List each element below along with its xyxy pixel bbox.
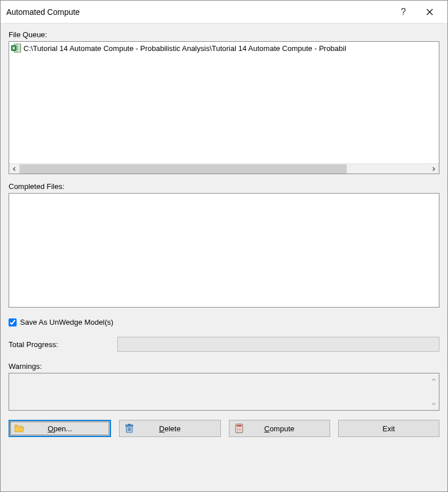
- vertical-scrollbar[interactable]: [429, 373, 439, 410]
- close-icon: [426, 9, 433, 15]
- exit-button-label: Exit: [383, 424, 395, 433]
- excel-file-icon: [11, 43, 21, 53]
- window-title: Automated Compute: [6, 7, 390, 17]
- close-button[interactable]: [417, 3, 443, 21]
- scroll-left-arrow[interactable]: [9, 164, 19, 174]
- svg-rect-13: [128, 424, 130, 426]
- dialog-body: File Queue: C:\Tutorial 14 Automate Comp…: [1, 23, 447, 491]
- svg-point-24: [240, 431, 241, 432]
- warnings-textbox[interactable]: [9, 373, 439, 411]
- open-button[interactable]: Open...: [9, 420, 111, 437]
- file-queue-label: File Queue:: [9, 30, 439, 39]
- svg-point-19: [237, 429, 238, 430]
- help-button[interactable]: ?: [390, 3, 417, 21]
- open-button-label: Open...: [47, 424, 72, 433]
- scroll-track[interactable]: [19, 164, 429, 174]
- completed-files-label: Completed Files:: [9, 182, 439, 191]
- save-as-label: Save As UnWedge Model(s): [20, 318, 113, 326]
- svg-point-23: [239, 431, 240, 432]
- svg-point-20: [239, 429, 240, 430]
- compute-button[interactable]: Compute: [229, 420, 330, 437]
- scroll-up-arrow[interactable]: [429, 375, 439, 385]
- total-progress-bar: [117, 337, 439, 352]
- warnings-label: Warnings:: [9, 362, 439, 371]
- save-as-checkbox-row[interactable]: Save As UnWedge Model(s): [9, 318, 439, 326]
- titlebar: Automated Compute ?: [1, 1, 447, 23]
- delete-button-label: Delete: [159, 424, 181, 433]
- total-progress-row: Total Progress:: [9, 337, 439, 352]
- svg-point-22: [237, 431, 238, 432]
- scroll-down-arrow[interactable]: [429, 399, 439, 409]
- svg-point-17: [239, 428, 240, 429]
- calculator-icon: [234, 423, 244, 434]
- file-queue-content: C:\Tutorial 14 Automate Compute - Probab…: [9, 42, 439, 163]
- file-path: C:\Tutorial 14 Automate Compute - Probab…: [23, 44, 346, 53]
- completed-files-content: [9, 194, 439, 297]
- svg-point-21: [240, 429, 241, 430]
- list-item[interactable]: C:\Tutorial 14 Automate Compute - Probab…: [11, 43, 437, 53]
- exit-button[interactable]: Exit: [338, 420, 439, 437]
- completed-files-listbox[interactable]: [9, 193, 439, 308]
- delete-button[interactable]: Delete: [119, 420, 220, 437]
- svg-point-16: [237, 428, 238, 429]
- scroll-right-arrow[interactable]: [429, 164, 439, 174]
- svg-point-18: [240, 428, 241, 429]
- horizontal-scrollbar[interactable]: [9, 163, 439, 174]
- folder-open-icon: [14, 423, 25, 434]
- scroll-thumb[interactable]: [19, 164, 347, 174]
- compute-button-label: Compute: [264, 424, 295, 433]
- svg-rect-15: [236, 425, 241, 427]
- total-progress-label: Total Progress:: [9, 340, 117, 349]
- file-queue-listbox[interactable]: C:\Tutorial 14 Automate Compute - Probab…: [9, 41, 439, 174]
- trash-icon: [124, 423, 134, 434]
- button-row: Open... Delete Compute Ex: [9, 420, 439, 437]
- save-as-checkbox[interactable]: [9, 318, 17, 326]
